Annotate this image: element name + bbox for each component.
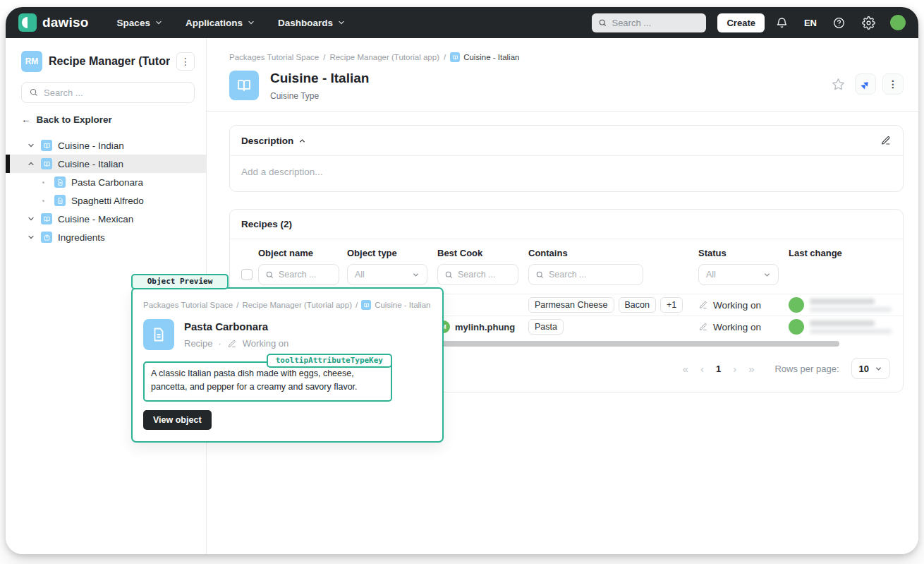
logo-text: dawiso — [42, 15, 89, 30]
status-value: Working on — [713, 322, 761, 332]
breadcrumb-part[interactable]: Packages Tutorial Space — [229, 53, 319, 61]
popover-meta: Recipe · Working on — [184, 338, 288, 349]
menu-dashboards[interactable]: Dashboards — [269, 12, 354, 34]
package-icon — [41, 232, 52, 243]
rows-per-page-select[interactable]: 10 — [851, 358, 890, 379]
view-object-button[interactable]: View object — [143, 410, 212, 430]
menu-dashboards-label: Dashboards — [278, 18, 333, 28]
edit-description-button[interactable] — [880, 135, 892, 146]
contains-overflow-chip[interactable]: +1 — [660, 297, 683, 313]
breadcrumb-part[interactable]: Recipe Manager (Tutorial app) — [329, 53, 439, 61]
dawiso-logo-icon — [18, 13, 37, 32]
contains-chip[interactable]: Bacon — [619, 297, 656, 313]
tree-item-label: Cuisine - Indian — [58, 140, 124, 151]
book-icon — [41, 158, 52, 169]
tree-item-spaghetti-alfredo[interactable]: Spaghetti Alfredo — [6, 191, 206, 210]
search-icon — [598, 18, 607, 28]
current-page[interactable]: 1 — [716, 364, 721, 374]
tree-item-label: Spaghetti Alfredo — [71, 196, 144, 206]
gear-icon — [862, 16, 875, 30]
recipes-header: Recipes (2) — [241, 219, 292, 229]
dawiso-logo[interactable]: dawiso — [18, 13, 89, 32]
back-to-explorer-link[interactable]: ← Back to Explorer — [6, 103, 206, 135]
page-title: Cuisine - Italian — [270, 71, 369, 86]
book-icon — [41, 213, 52, 224]
last-page-button[interactable]: » — [748, 364, 754, 374]
filter-best-cook-input[interactable] — [458, 270, 511, 280]
description-header[interactable]: Description — [241, 136, 306, 146]
sidebar-search[interactable] — [21, 82, 195, 103]
page-header: Cuisine - Italian Cuisine Type ⋮ — [207, 71, 918, 112]
breadcrumb-separator: / — [355, 301, 358, 309]
menu-spaces[interactable]: Spaces — [109, 12, 171, 34]
more-options-button[interactable]: ⋮ — [882, 73, 904, 95]
help-button[interactable] — [827, 11, 851, 35]
favorite-button[interactable] — [827, 73, 849, 95]
sidebar-search-input[interactable] — [44, 88, 187, 98]
star-icon — [831, 77, 846, 92]
user-avatar — [789, 297, 804, 313]
breadcrumb-current[interactable]: Cuisine - Italian — [450, 52, 519, 62]
chevron-down-icon[interactable] — [27, 233, 35, 241]
notifications-button[interactable] — [770, 11, 794, 35]
top-navigation-bar: dawiso Spaces Applications Dashboards Cr… — [6, 7, 918, 38]
recipe-icon — [143, 319, 174, 350]
popover-status: Working on — [243, 338, 289, 349]
breadcrumb-separator: / — [236, 301, 238, 309]
filter-contains-input[interactable] — [549, 270, 636, 280]
tree-item-ingredients[interactable]: Ingredients — [6, 228, 206, 246]
contains-chip[interactable]: Parmesan Cheese — [528, 297, 614, 313]
tree-item-cuisine-indian[interactable]: Cuisine - Indian — [6, 136, 206, 155]
kebab-icon: ⋮ — [888, 83, 898, 86]
bullet-dot — [42, 181, 44, 184]
workflow-button[interactable] — [855, 73, 876, 95]
prev-page-button[interactable]: ‹ — [700, 364, 704, 374]
menu-applications[interactable]: Applications — [177, 12, 264, 34]
breadcrumb-separator: / — [444, 53, 446, 61]
chevron-up-icon — [298, 137, 306, 145]
user-avatar[interactable] — [890, 15, 906, 30]
chevron-down-icon — [154, 18, 163, 27]
filter-status-select[interactable]: All — [698, 264, 779, 285]
column-last-change: Last change — [789, 248, 892, 258]
global-search-input[interactable] — [612, 18, 700, 28]
chevron-up-icon[interactable] — [27, 160, 35, 168]
best-cook-value: mylinh.phung — [455, 322, 515, 332]
back-to-explorer-label: Back to Explorer — [37, 114, 112, 125]
book-icon — [361, 300, 371, 310]
tree-item-label: Pasta Carbonara — [71, 177, 143, 188]
redacted-user-info — [810, 320, 892, 334]
next-page-button[interactable]: › — [733, 364, 736, 374]
app-menu-button[interactable]: ⋮ — [176, 52, 195, 71]
page-subtitle: Cuisine Type — [270, 91, 369, 101]
chevron-down-icon[interactable] — [27, 215, 35, 223]
popover-title: Pasta Carbonara — [184, 320, 288, 332]
app-title: Recipe Manager (Tutor... — [49, 55, 170, 68]
rows-per-page-label: Rows per page: — [774, 364, 839, 374]
description-placeholder[interactable]: Add a description... — [230, 156, 903, 191]
filter-contains[interactable] — [528, 264, 643, 285]
user-avatar — [789, 319, 804, 335]
language-selector[interactable]: EN — [800, 18, 821, 28]
tree-item-cuisine-mexican[interactable]: Cuisine - Mexican — [6, 210, 206, 228]
tree-item-cuisine-italian[interactable]: Cuisine - Italian — [6, 155, 206, 173]
chevron-down-icon — [247, 18, 255, 27]
filter-best-cook[interactable] — [437, 264, 518, 285]
tree-item-pasta-carbonara[interactable]: Pasta Carbonara — [6, 173, 206, 191]
global-search[interactable] — [592, 13, 706, 32]
meta-separator: · — [218, 338, 221, 349]
document-icon — [54, 176, 66, 188]
bullet-dot — [42, 200, 44, 202]
chevron-down-icon[interactable] — [27, 141, 35, 150]
contains-chip[interactable]: Pasta — [528, 319, 564, 335]
object-preview-popover: Packages Tutorial Space / Recipe Manager… — [131, 287, 444, 443]
column-status: Status — [698, 248, 789, 258]
settings-button[interactable] — [856, 11, 880, 35]
breadcrumb: Packages Tutorial Space / Recipe Manager… — [229, 52, 904, 62]
description-card: Description Add a description... — [229, 125, 904, 192]
chevron-down-icon — [763, 271, 771, 279]
first-page-button[interactable]: « — [683, 364, 688, 374]
popover-type: Recipe — [184, 338, 212, 349]
document-icon — [54, 195, 66, 206]
create-button[interactable]: Create — [717, 13, 764, 32]
